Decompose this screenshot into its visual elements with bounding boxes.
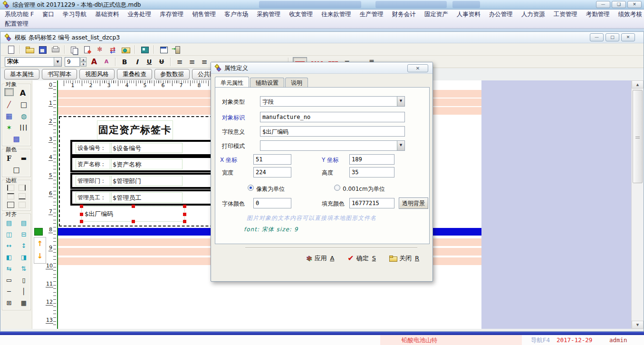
save-template-icon[interactable]	[38, 45, 47, 54]
menu-item[interactable]: 收支管理	[285, 10, 317, 19]
object-id-input[interactable]: manufacture_no	[260, 112, 405, 122]
close-dialog-button[interactable]: 关闭 R	[389, 254, 419, 263]
menu-item[interactable]: 库存管理	[155, 10, 188, 19]
height-input[interactable]: 35	[349, 167, 394, 177]
scroll-down-icon[interactable]: ▼	[632, 321, 644, 329]
font-enlarge-icon[interactable]: A	[89, 57, 99, 67]
child-restore-button[interactable]: □	[606, 33, 619, 41]
new-template-icon[interactable]	[6, 45, 15, 54]
text-tool-icon[interactable]: A	[18, 89, 28, 98]
equal-width-icon[interactable]: ▭	[4, 276, 14, 285]
paste-icon[interactable]	[82, 45, 92, 54]
picture-folder-icon[interactable]	[121, 45, 130, 54]
pixel-unit-radio[interactable]	[248, 185, 254, 191]
border-right-icon[interactable]	[19, 185, 26, 191]
copy-icon[interactable]	[69, 45, 79, 54]
field-caption[interactable]: 资产名称：	[76, 159, 112, 169]
table-tool-icon[interactable]: ▦	[4, 111, 14, 120]
child-close-button[interactable]: ✕	[621, 33, 635, 41]
rect-tool-icon[interactable]: □	[19, 100, 29, 109]
menu-item[interactable]: 学习导航	[58, 10, 91, 19]
font-shrink-icon[interactable]: A	[102, 57, 111, 67]
align-right-edge-icon[interactable]: ⊟	[19, 230, 29, 239]
vertical-scrollbar[interactable]: ▲ ▼	[631, 80, 643, 329]
cm-unit-label[interactable]: 0.001cm为单位	[343, 185, 385, 193]
x-coordinate-input[interactable]: 51	[253, 154, 291, 165]
grid-small-icon[interactable]: ⊞	[4, 298, 14, 307]
selection-handle[interactable]	[80, 220, 83, 223]
field-caption[interactable]: 管理员工：	[76, 192, 112, 203]
menu-item[interactable]: 配置管理	[0, 19, 33, 29]
vertical-line-icon[interactable]: │	[19, 287, 29, 296]
editor-tab-button[interactable]: 视图风格	[79, 69, 115, 79]
pixel-unit-label[interactable]: 像素为单位	[256, 185, 285, 193]
align-top-icon[interactable]: ▤	[4, 218, 14, 227]
grid-large-icon[interactable]: ▦	[19, 298, 29, 307]
window-icon[interactable]	[159, 45, 168, 54]
line-tool-icon[interactable]: ╱	[4, 100, 14, 109]
chevron-down-icon[interactable]: ▼	[397, 141, 404, 150]
selection-handle[interactable]	[132, 205, 135, 208]
fill-color-icon[interactable]: □	[11, 165, 22, 174]
label-title-object[interactable]: 固定资产标签卡	[97, 120, 173, 139]
selection-handle[interactable]	[183, 213, 186, 216]
y-coordinate-input[interactable]: 189	[349, 154, 394, 165]
space-horizontal-icon[interactable]: ⇆	[4, 264, 14, 273]
bold-icon[interactable]: B	[120, 57, 129, 67]
select-tool-icon[interactable]	[5, 89, 13, 96]
field-placeholder[interactable]: $管理员工	[110, 192, 183, 203]
format-brush-icon[interactable]: ✻	[95, 45, 105, 54]
apply-button[interactable]: ✻ 应用 A	[307, 254, 335, 263]
menu-item[interactable]: 考勤管理	[582, 10, 614, 19]
selection-handle[interactable]	[80, 213, 83, 216]
minimize-button[interactable]: —	[596, 1, 610, 8]
field-caption[interactable]: 管理部门：	[76, 176, 112, 186]
close-button[interactable]: ✕	[627, 1, 642, 8]
chevron-down-icon[interactable]: ▼	[54, 58, 61, 66]
field-placeholder[interactable]: $管理部门	[110, 176, 183, 186]
font-size-input[interactable]: 9	[65, 57, 80, 67]
menu-item[interactable]: 窗口	[38, 10, 58, 19]
menu-item[interactable]: 生产管理	[356, 10, 388, 19]
editor-tab-button[interactable]: 重叠检查	[117, 69, 152, 79]
menu-item[interactable]: 基础资料	[91, 10, 123, 19]
tab-cell-properties[interactable]: 单元属性	[215, 77, 249, 87]
fill-color-input[interactable]: 16777215	[349, 198, 394, 208]
align-left-icon[interactable]: ≡	[175, 57, 184, 67]
border-left-icon[interactable]	[7, 185, 14, 191]
image-tool-icon[interactable]: ◍	[19, 111, 29, 120]
menu-item[interactable]: 销售管理	[188, 10, 220, 19]
editor-tab-button[interactable]: 基本属性	[4, 69, 39, 79]
nav-shortcut[interactable]: 导航F4	[531, 336, 550, 345]
menu-item[interactable]: 系统功能 F	[0, 10, 38, 19]
center-horizontal-icon[interactable]: ◧	[4, 253, 14, 262]
menu-item[interactable]: 人事资料	[452, 10, 485, 19]
selection-handle[interactable]	[183, 205, 186, 208]
underline-icon[interactable]: U	[144, 57, 154, 67]
dialog-close-button[interactable]: ✕	[407, 64, 428, 72]
menu-item[interactable]: 绩效考核	[614, 10, 644, 19]
menu-item[interactable]: 业务处理	[123, 10, 155, 19]
tab-description[interactable]: 说明	[285, 78, 308, 87]
border-none-icon[interactable]	[19, 202, 26, 208]
horizontal-line-icon[interactable]: ─	[4, 287, 14, 296]
print-mode-select[interactable]: ▼	[260, 140, 405, 151]
font-size-stepper[interactable]: ▲ ▼	[80, 57, 87, 67]
menu-item[interactable]: 办公管理	[485, 10, 517, 19]
tab-auxiliary-settings[interactable]: 辅助设置	[250, 78, 284, 87]
align-bottom-icon[interactable]: ▤	[19, 218, 29, 227]
center-vertical-icon[interactable]: ◨	[19, 253, 29, 262]
font-color-icon[interactable]: F	[4, 154, 14, 163]
font-family-select[interactable]: 宋体 ▼	[5, 57, 62, 67]
swap-arrows-icon[interactable]: ⇄	[108, 45, 117, 54]
barcode-tool-icon[interactable]: |||	[19, 123, 29, 132]
align-right-icon[interactable]: ≡	[200, 57, 209, 67]
strikethrough-icon[interactable]: U	[157, 57, 166, 67]
width-input[interactable]: 224	[253, 167, 291, 177]
selection-handle[interactable]	[80, 205, 83, 208]
font-color-input[interactable]: 0	[253, 198, 291, 208]
menu-item[interactable]: 工资管理	[549, 10, 582, 19]
print-icon[interactable]	[50, 45, 60, 54]
cm-unit-radio[interactable]	[334, 185, 340, 191]
fit-height-icon[interactable]: ↕	[19, 241, 29, 250]
